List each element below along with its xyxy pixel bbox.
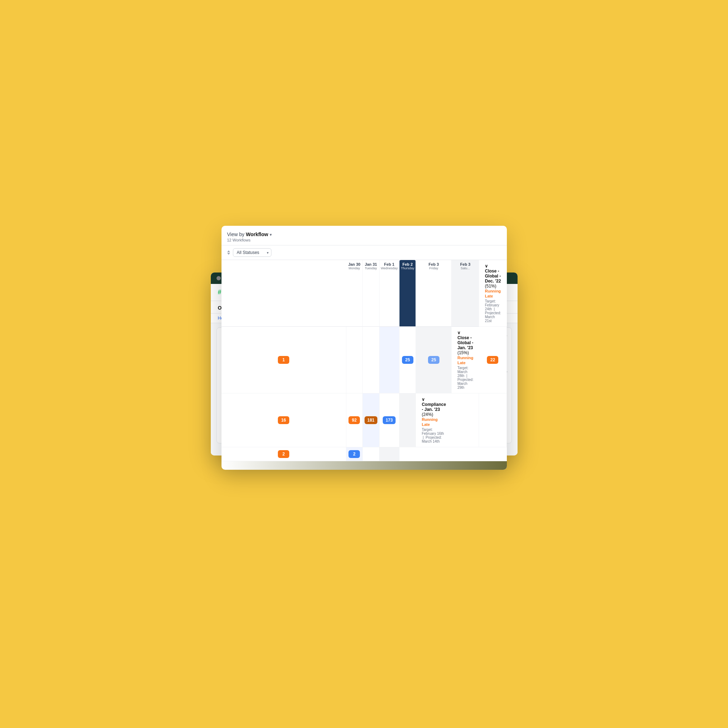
cell-r3-feb1: 2	[222, 447, 346, 461]
workflow-row-2: ∨ Close - Global - Jan. '23 (15%) Runnin…	[451, 327, 479, 393]
cell-r1-jan31	[346, 327, 363, 393]
cell-r2-feb2: 181	[363, 393, 379, 447]
cell-r2-feb1: 92	[346, 393, 363, 447]
cell-r2-jan30: 22	[479, 327, 506, 393]
row-expand-icon-3[interactable]: ∨	[422, 397, 425, 402]
row-expand-icon-1[interactable]: ∨	[485, 264, 488, 269]
cell-r2-extra	[399, 393, 416, 447]
cell-r1-feb3: 25	[399, 327, 416, 393]
col-feb3-fri: Feb 3 Friday	[416, 260, 451, 327]
gantt-grid: Jan 30 Monday Jan 31 Tuesday Feb 1 Wedne…	[222, 260, 507, 461]
cell-r3-jan31	[479, 393, 506, 447]
workflow-dropdown-icon[interactable]: ▾	[270, 232, 272, 237]
cell-r1-jan30: 1	[222, 327, 346, 393]
col-jan31: Jan 31 Tuesday	[363, 260, 379, 327]
col-feb2-today: Feb 2 Thursday	[399, 260, 416, 327]
sort-button[interactable]	[227, 251, 230, 255]
cell-r3-extra	[379, 447, 399, 461]
cell-r2-feb3: 173	[379, 393, 399, 447]
window-dot-red[interactable]	[217, 276, 221, 280]
cell-r2-jan31: 16	[222, 393, 346, 447]
gantt-controls: All Statuses Running Late On Track Compl…	[222, 245, 507, 260]
col-feb1: Feb 1 Wednesday	[379, 260, 399, 327]
cell-r1-feb1	[363, 327, 379, 393]
row-expand-icon-2[interactable]: ∨	[457, 330, 460, 335]
col-jan30: Jan 30 Monday	[346, 260, 363, 327]
col-feb3-sat: Feb 3 Satu...	[451, 260, 479, 327]
panel-overlay	[222, 461, 507, 470]
workflow-row-1: ∨ Close - Global - Dec. '22 (51%) Runnin…	[479, 260, 506, 327]
cell-r3-jan30	[451, 393, 479, 447]
status-filter-select[interactable]: All Statuses Running Late On Track Compl…	[233, 248, 271, 257]
status-filter-wrap: All Statuses Running Late On Track Compl…	[233, 248, 271, 257]
cell-r3-feb3	[363, 447, 379, 461]
cell-r3-feb2: 2	[346, 447, 363, 461]
workflow-row-3: ∨ Compliance - Jan. '23 (24%) Running La…	[416, 393, 451, 447]
gantt-panel: View by Workflow ▾ 12 Workflows All Stat…	[222, 226, 507, 470]
cell-r1-extra: 25	[416, 327, 451, 393]
gantt-header-empty	[222, 260, 346, 327]
cell-r1-feb2	[379, 327, 399, 393]
